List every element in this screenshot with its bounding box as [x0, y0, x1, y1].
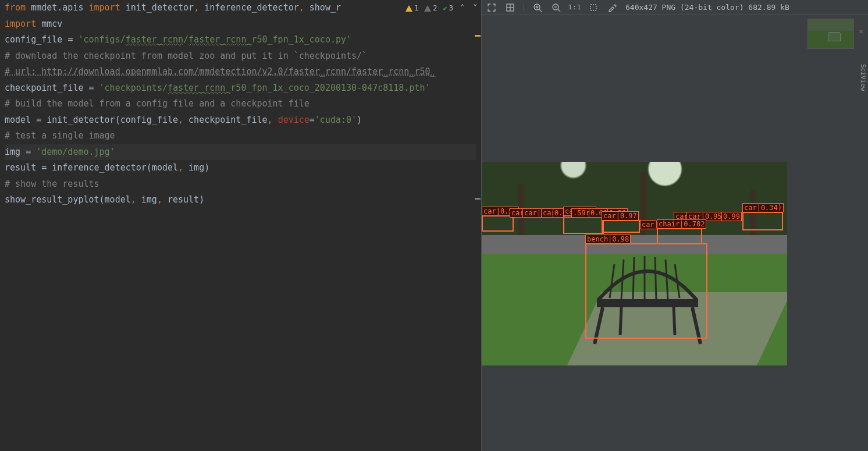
zoom-in-icon[interactable] [532, 2, 543, 13]
token: import [89, 0, 126, 16]
token: result [5, 160, 41, 176]
viewer-toolbar: 1:1 640x427 PNG (24-bit color) 682.89 kB [482, 0, 868, 15]
comment: # test a single image [5, 128, 115, 144]
token: inference_detector [52, 160, 147, 176]
viewer-canvas[interactable]: × SciView [482, 15, 868, 451]
crop-icon[interactable] [588, 2, 599, 13]
code-line[interactable]: # download the checkpoint from model zoo… [5, 48, 476, 65]
token: show_result_pyplot [5, 192, 99, 208]
token: checkpoint_file [5, 80, 89, 96]
token: = [36, 112, 47, 128]
token: ) [199, 192, 204, 208]
code-line[interactable]: checkpoint_file = 'checkpoints/faster_rc… [5, 80, 476, 97]
token: mmcv [41, 16, 62, 32]
token: init_detector [47, 112, 115, 128]
stripe-mark[interactable] [475, 35, 481, 37]
code-area[interactable]: from mmdet.apis import init_detector, in… [0, 0, 481, 208]
token: show_r [310, 0, 341, 16]
thumbnail[interactable] [807, 19, 854, 49]
token: from [5, 0, 31, 16]
token: ) [204, 160, 209, 176]
token: ( [147, 160, 152, 176]
token: init_detector [126, 0, 194, 16]
comment: # download the checkpoint from model zoo… [5, 48, 367, 64]
token: , [178, 160, 188, 176]
token: faster_rcnn_ [168, 80, 230, 96]
token: 'checkpoints/ [99, 80, 168, 96]
detection-label: car|0.34) [742, 203, 784, 212]
token: r50_fpn_1x_coco.py' [251, 32, 351, 48]
code-line[interactable]: # url: http://download.openmmlab.com/mmd… [5, 64, 476, 80]
token: img [5, 144, 26, 160]
detection-box [585, 243, 707, 339]
weak-warning-icon [424, 5, 431, 12]
code-line[interactable]: result = inference_detector(model, img) [5, 160, 476, 176]
detection-box [742, 212, 783, 230]
token: img [188, 160, 204, 176]
weak-warning-count: 2 [433, 4, 437, 12]
code-editor-pane[interactable]: 1 2 ✔ 3 ˄ ˅ from mmdet.apis import init_… [0, 0, 482, 451]
token: , [268, 112, 278, 128]
typo-icon: ✔ [443, 4, 447, 12]
warning-count: 1 [414, 4, 418, 12]
error-stripe[interactable] [474, 0, 481, 451]
token: inference_detector [204, 0, 299, 16]
token: result [168, 192, 199, 208]
close-thumbnail-icon[interactable]: × [859, 27, 863, 35]
token: = [67, 32, 78, 48]
token: faster_rcnn_ [188, 32, 251, 48]
detection-box [602, 220, 640, 233]
token: , [299, 0, 310, 16]
result-image: car|0.54carcar|car|0.40car|0.9.59r|0.600… [482, 162, 787, 365]
detection-label: 0.99 [721, 212, 742, 221]
token: , [131, 192, 141, 208]
svg-line-4 [539, 9, 542, 12]
token: mmdet.apis [31, 0, 88, 16]
inspection-typo[interactable]: ✔ 3 [443, 4, 453, 12]
detection-box [563, 215, 604, 234]
fit-screen-icon[interactable] [486, 2, 497, 13]
grid-icon[interactable] [505, 2, 515, 13]
eyedropper-icon[interactable] [607, 2, 617, 13]
token: , [194, 0, 204, 16]
code-line[interactable]: model = init_detector(config_file, check… [5, 112, 476, 129]
token: checkpoint_file [188, 112, 267, 128]
code-line[interactable]: # build the model from a config file and… [5, 96, 476, 112]
comment: # build the model from a config file and… [5, 96, 310, 112]
prev-highlight-button[interactable]: ˄ [459, 3, 466, 13]
code-line[interactable]: config_file = 'configs/faster_rcnn/faste… [5, 32, 476, 48]
inspection-warning[interactable]: 1 [405, 4, 418, 12]
svg-line-8 [558, 9, 560, 12]
detection-label: car|0.97 [602, 211, 639, 221]
token: = [26, 144, 36, 160]
inspections-bar: 1 2 ✔ 3 ˄ ˅ [405, 2, 479, 14]
image-viewer-pane: 1:1 640x427 PNG (24-bit color) 682.89 kB… [482, 0, 868, 451]
detection-box [657, 228, 702, 244]
code-line[interactable]: # show the results [5, 176, 476, 193]
token: = [89, 80, 99, 96]
token: 'demo/demo.jpg' [36, 144, 115, 160]
token: import [5, 16, 41, 32]
comment: # url: http://download.openmmlab.com/mmd… [5, 64, 436, 80]
code-line[interactable]: img = 'demo/demo.jpg' [5, 144, 476, 161]
token: / [183, 32, 188, 48]
warning-icon [405, 5, 412, 12]
token: 'configs/ [78, 32, 125, 48]
sciview-tab[interactable]: SciView [856, 62, 868, 93]
token: 'cuda:0' [315, 112, 357, 128]
inspection-weak-warning[interactable]: 2 [424, 4, 437, 12]
actual-size-icon[interactable]: 1:1 [570, 2, 580, 13]
code-line[interactable]: import mmcv [5, 16, 476, 33]
code-line[interactable]: show_result_pyplot(model, img, result) [5, 192, 476, 208]
stripe-mark[interactable] [475, 198, 481, 200]
token: config_file [5, 32, 67, 48]
token: r50_fpn_1x_coco_20200130-047c8118.pth' [230, 80, 430, 96]
token: = [310, 112, 315, 128]
token: faster_rcnn [126, 32, 183, 48]
image-info-label: 640x427 PNG (24-bit color) 682.89 kB [625, 3, 789, 12]
token: ) [357, 112, 362, 128]
code-line[interactable]: # test a single image [5, 128, 476, 144]
zoom-out-icon[interactable] [551, 2, 561, 13]
svg-rect-10 [590, 5, 596, 10]
detection-label: chair|0.782 [657, 219, 706, 229]
